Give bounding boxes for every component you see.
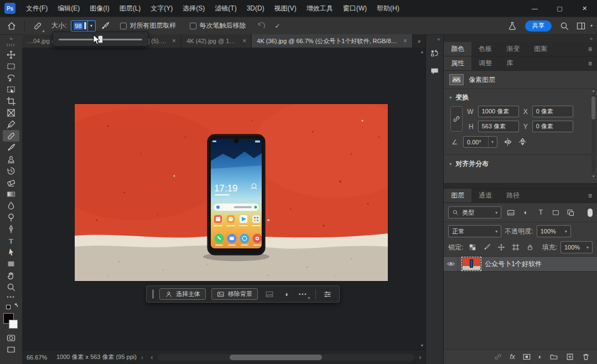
blend-mode-select[interactable]: 正常 ▾ (448, 225, 501, 237)
document-tab-3[interactable]: 4K (42).jpg @ 16… × (181, 34, 252, 48)
filter-shape-layers-icon[interactable] (550, 207, 561, 217)
tab-patterns[interactable]: 图案 (527, 42, 554, 56)
tab-color[interactable]: 颜色 (444, 42, 471, 56)
tools-grip-handle[interactable] (7, 44, 15, 46)
adjustments-icon[interactable]: ◐ (281, 288, 293, 300)
menu-plugins[interactable]: 增效工具 (302, 0, 338, 17)
quick-mask-button[interactable] (3, 332, 19, 344)
menu-view[interactable]: 视图(V) (269, 0, 302, 17)
status-chevron-icon[interactable]: › (141, 354, 143, 361)
eyedropper-tool[interactable] (3, 118, 19, 130)
background-color-swatch[interactable] (9, 320, 18, 329)
home-button[interactable] (4, 19, 19, 33)
menu-image[interactable]: 图像(I) (85, 0, 114, 17)
tab-adjustments[interactable]: 调整 (471, 56, 499, 70)
gradient-tool[interactable] (3, 188, 19, 200)
taskbar-drag-handle[interactable] (152, 289, 154, 299)
rectangular-marquee-tool[interactable] (3, 60, 19, 72)
link-dimensions-button[interactable] (450, 106, 463, 132)
tab-close-icon[interactable]: × (242, 37, 246, 45)
lasso-tool[interactable] (3, 72, 19, 84)
filter-smart-objects-icon[interactable] (565, 207, 576, 217)
path-selection-tool[interactable] (3, 246, 19, 258)
layer-style-icon[interactable]: fx (510, 353, 515, 361)
lock-artboard-icon[interactable] (510, 242, 521, 252)
more-options-icon[interactable]: ••• ▾ (299, 288, 310, 300)
zoom-tool[interactable] (3, 281, 19, 293)
lock-transparency-icon[interactable] (467, 242, 478, 252)
edit-toolbar-button[interactable]: ••• (7, 293, 15, 301)
maximize-button[interactable]: ▢ (547, 0, 572, 17)
layer-thumbnail[interactable] (463, 258, 480, 270)
rotation-input[interactable]: 0.00° ▾ (463, 136, 497, 148)
width-input[interactable]: 1000 像素 (478, 106, 519, 117)
comments-panel-button[interactable] (428, 64, 442, 77)
menu-3d[interactable]: 3D(D) (242, 0, 269, 17)
brush-settings-button[interactable] (98, 19, 112, 33)
menu-file[interactable]: 文件(F) (21, 0, 53, 17)
blur-tool[interactable] (3, 200, 19, 211)
delete-layer-icon[interactable] (582, 352, 590, 361)
flip-vertical-icon[interactable] (518, 137, 527, 147)
panel-menu-icon[interactable]: ≡ (583, 189, 597, 202)
tab-close-icon[interactable]: × (403, 37, 407, 45)
properties-scrollbar[interactable]: ▴ ▾ (591, 89, 596, 179)
strip-collapse-icon[interactable]: « (437, 37, 443, 42)
zoom-level-field[interactable]: 66.67% (27, 354, 51, 361)
canvas-viewport[interactable]: 17:19 (22, 48, 425, 350)
brush-size-dropdown[interactable]: ▾ (87, 21, 95, 31)
opacity-select[interactable]: 100% ▾ (537, 225, 571, 237)
scroll-up-icon[interactable]: ▴ (421, 49, 423, 54)
move-tool[interactable] (3, 49, 19, 60)
scroll-up-icon[interactable]: ▴ (593, 89, 595, 93)
commit-button[interactable]: ✓ (271, 19, 285, 33)
tab-channels[interactable]: 通道 (471, 189, 499, 202)
scrollbar-track[interactable] (591, 94, 595, 173)
tab-gradients[interactable]: 渐变 (499, 42, 527, 56)
tech-preview-button[interactable] (505, 19, 520, 33)
close-button[interactable]: ✕ (572, 0, 597, 17)
object-selection-tool[interactable] (3, 84, 19, 95)
menu-filter[interactable]: 滤镜(T) (210, 0, 241, 17)
crop-image-icon[interactable] (263, 288, 276, 300)
select-subject-button[interactable]: 选择主体 (159, 288, 206, 300)
menu-select[interactable]: 选择(S) (178, 0, 210, 17)
brush-tool[interactable] (3, 142, 19, 153)
transform-section-header[interactable]: ▾ 变换 (444, 89, 597, 105)
adjustment-layer-icon[interactable]: ◐ (538, 353, 542, 361)
filter-adjustment-layers-icon[interactable]: ◐ (520, 207, 531, 217)
clone-stamp-tool[interactable] (3, 153, 19, 165)
chevron-down-icon[interactable]: ▾ (488, 137, 494, 147)
document-tab-4-active[interactable]: 4K (36).jpg @ 66.7% (公众号卜1个好软件, RGB/8#) … (252, 34, 412, 48)
search-button[interactable] (557, 19, 572, 33)
tool-preset-button[interactable] (30, 19, 45, 33)
new-layer-icon[interactable] (565, 352, 574, 361)
layer-filter-toggle[interactable] (588, 209, 593, 217)
tab-overflow-icon[interactable]: » (413, 34, 426, 48)
layer-mask-icon[interactable] (522, 352, 531, 361)
menu-help[interactable]: 帮助(H) (372, 0, 404, 17)
brush-size-input[interactable]: 98 ▾ (71, 20, 95, 32)
layer-name[interactable]: 公众号卜1个好软件 (485, 259, 542, 269)
eraser-tool[interactable] (3, 176, 19, 188)
menu-layer[interactable]: 图层(L) (115, 0, 146, 17)
panel-menu-icon[interactable]: ≡ (583, 42, 597, 56)
new-group-icon[interactable] (549, 352, 558, 361)
menu-type[interactable]: 文字(Y) (146, 0, 178, 17)
vertical-scrollbar[interactable]: ▴ ▾ (418, 48, 425, 350)
dock-collapse-icon[interactable]: » (444, 35, 597, 42)
filter-type-layers-icon[interactable]: T (535, 207, 546, 217)
scrollbar-thumb[interactable] (591, 96, 595, 119)
lock-pixels-icon[interactable] (481, 242, 492, 252)
hand-tool[interactable] (3, 269, 19, 281)
link-layers-icon[interactable] (494, 352, 502, 361)
tab-close-icon[interactable]: × (172, 37, 176, 45)
flip-horizontal-icon[interactable] (503, 137, 512, 147)
sample-all-layers-checkbox[interactable]: 对所有图层取样 (120, 21, 176, 30)
default-colors-button[interactable] (6, 303, 16, 311)
crop-tool[interactable] (3, 95, 19, 107)
workspace-caret-icon[interactable]: ▾ (590, 23, 593, 28)
frame-tool[interactable] (3, 107, 19, 118)
tab-swatches[interactable]: 色板 (471, 42, 499, 56)
tools-collapse-icon[interactable]: » (9, 35, 12, 43)
